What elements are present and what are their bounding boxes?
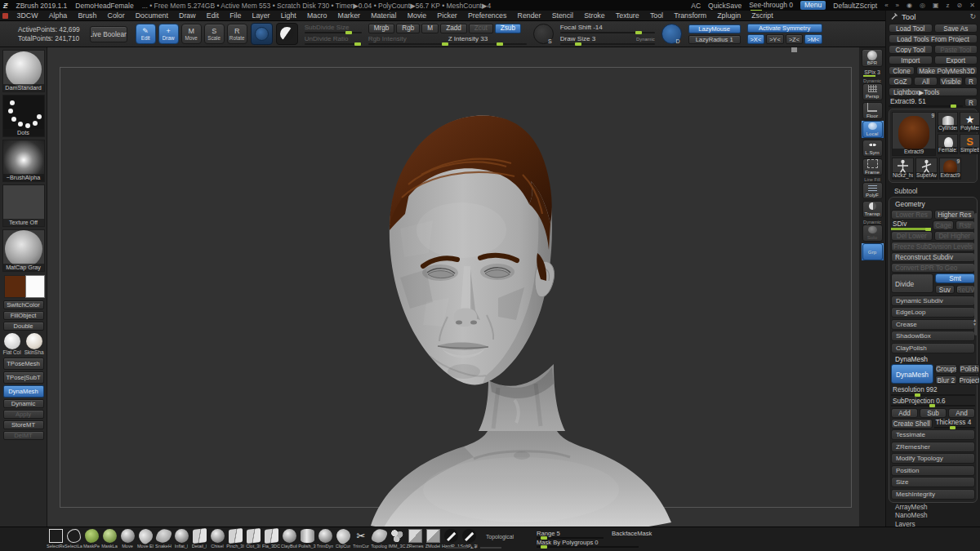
freeze-subdivision-button[interactable]: Freeze SubDivision Levels <box>891 242 975 251</box>
load-tools-from-project-button[interactable]: Load Tools From Project <box>889 34 978 44</box>
save-as-button[interactable]: Save As <box>934 24 978 33</box>
view-toggle[interactable]: Grp <box>862 243 884 260</box>
clone-button[interactable]: Clone <box>889 66 915 76</box>
geometry-subsection[interactable]: Size <box>891 477 975 487</box>
menu-item[interactable]: 3DCW <box>11 11 43 20</box>
dynamesh-quick-button[interactable]: DynaMesh <box>3 385 44 398</box>
load-tool-button[interactable]: Load Tool <box>889 24 933 33</box>
flat-color-material[interactable]: Flat Col <box>3 333 21 356</box>
topological-label[interactable]: Topological <box>486 534 514 540</box>
goz-r-button[interactable]: R <box>964 77 978 87</box>
material-selector[interactable]: MatCap Gray <box>2 229 45 272</box>
brush-quick-item[interactable]: ClipCur <box>334 529 352 549</box>
symmetry-axis-button[interactable]: >X< <box>747 34 765 44</box>
paste-tool-button[interactable]: Paste Tool <box>934 45 978 55</box>
convert-bpr-button[interactable]: Convert BPR To Geo <box>891 263 975 273</box>
resolution-slider[interactable]: Resolution 992 <box>891 386 975 396</box>
sculptris-pro-button[interactable] <box>251 23 273 45</box>
divide-button[interactable]: Divide <box>891 273 933 293</box>
quicksave-button[interactable]: QuickSave <box>708 2 742 10</box>
brush-quick-item[interactable]: Inflat_l <box>172 529 190 549</box>
zoom-icon[interactable]: z <box>947 2 950 9</box>
view-toggle[interactable]: Dynamic Solo <box>862 220 884 242</box>
apply-button[interactable]: Apply <box>3 410 44 419</box>
geometry-subsection[interactable]: ZRemesher <box>891 442 975 452</box>
geometry-subsection[interactable]: EdgeLoop <box>891 307 975 318</box>
menu-item[interactable]: Draw <box>173 11 201 20</box>
menu-item[interactable]: Alpha <box>43 11 73 20</box>
help-icon[interactable]: ⊘ <box>957 2 963 9</box>
view-toggle[interactable]: Local <box>862 121 884 138</box>
brush-quick-item[interactable]: Detail_l <box>190 529 208 549</box>
brush-quick-item[interactable]: Move <box>118 529 136 549</box>
menu-toggle-button[interactable]: Menu <box>800 1 826 10</box>
fill-object-button[interactable]: FillObject <box>3 311 44 320</box>
geometry-subsection[interactable]: Tessimate <box>891 429 975 440</box>
menu-item[interactable]: Render <box>512 11 546 20</box>
paint-mode-button[interactable]: Zadd <box>440 24 467 33</box>
geometry-subsection[interactable]: ShadowBox <box>891 331 975 341</box>
secondary-color-swatch[interactable] <box>25 275 45 298</box>
backfacemask-button[interactable]: BackfaceMask <box>612 530 652 539</box>
recent-tools-icon[interactable]: ↻ <box>969 12 976 20</box>
goz-button[interactable]: GoZ <box>889 77 912 87</box>
mode-button[interactable]: ✎ Edit <box>136 24 156 44</box>
menu-item[interactable]: Color <box>102 11 130 20</box>
cage-button[interactable]: Cage <box>933 220 954 230</box>
close-icon[interactable]: ✕ <box>969 2 975 9</box>
menu-item[interactable]: Layer <box>247 11 275 20</box>
geometry-subsection[interactable]: Crease <box>891 319 975 330</box>
paint-mode-button[interactable]: Mrgb <box>368 24 395 33</box>
brush-quick-item[interactable]: ZModel <box>424 529 442 549</box>
del-mt-button[interactable]: DelMT <box>3 431 44 440</box>
lightbox-tools-button[interactable]: Lightbox▶Tools <box>889 87 978 97</box>
menu-item[interactable]: Movie <box>402 11 432 20</box>
reconstruct-subdiv-button[interactable]: Reconstruct Subdiv <box>891 252 975 262</box>
tool-quick-icon[interactable]: ◎ <box>920 2 925 9</box>
menu-item[interactable]: Stroke <box>579 11 611 20</box>
tool-thumb-figure-2[interactable]: SuperAv <box>915 158 938 180</box>
symmetry-axis-button[interactable]: >Z< <box>786 34 804 44</box>
smt-button[interactable]: Smt <box>935 273 975 283</box>
dynamesh-groups-button[interactable]: Groups <box>935 364 957 374</box>
tool-r-button[interactable]: R <box>964 98 978 108</box>
import-button[interactable]: Import <box>889 56 933 65</box>
brush-quick-item[interactable]: IMM_3C <box>388 529 406 549</box>
menu-item[interactable]: Preferences <box>462 11 512 20</box>
subdivide-size-slider[interactable]: SubDivide Size <box>305 24 362 33</box>
mode-button[interactable]: R Rotate <box>227 24 247 44</box>
dynamic-size-knob[interactable]: D <box>662 24 682 44</box>
default-zscript-button[interactable]: DefaultZScript <box>833 2 877 10</box>
higher-res-button[interactable]: Higher Res <box>934 210 976 220</box>
brush-selector[interactable]: DamStandard <box>2 50 45 92</box>
brush-quick-item[interactable]: ZRemes <box>406 529 424 549</box>
double-button[interactable]: Double <box>3 322 44 331</box>
tool-thumb-extract-small[interactable]: 9 Extract9 <box>939 158 961 180</box>
menu-item[interactable]: Macro <box>301 11 332 20</box>
brush-quick-item[interactable]: SnakeH <box>154 529 172 549</box>
dynamesh-blur-slider[interactable]: Blur 2 <box>935 375 957 385</box>
brush-quick-item[interactable]: SelectLa <box>65 529 82 549</box>
geometry-subsection[interactable]: ClayPolish <box>891 343 975 353</box>
menu-item[interactable]: Texture <box>610 11 644 20</box>
range-slider[interactable]: Range 5 <box>537 530 604 539</box>
dynamesh-and-button[interactable]: And <box>948 408 975 418</box>
tool-thumb-polymesh[interactable]: ★ PolyMes <box>960 112 980 132</box>
menu-item[interactable]: Zscript <box>746 11 779 20</box>
stroke-curve-knob[interactable]: S <box>533 24 554 44</box>
goz-all-button[interactable]: All <box>914 77 938 87</box>
paint-mode-button[interactable]: Rgb <box>396 24 420 33</box>
brush-quick-item[interactable]: Polish_3 <box>298 529 316 549</box>
bpr-render-button[interactable]: BPR <box>862 49 883 67</box>
export-button[interactable]: Export <box>934 56 978 65</box>
see-through-slider[interactable]: See-through 0 <box>749 1 793 10</box>
view-toggle[interactable]: Line Fill PolyF <box>862 177 884 199</box>
make-polymesh3d-button[interactable]: Make PolyMesh3D <box>916 66 978 76</box>
z-intensity-slider[interactable]: Z Intensity 33 <box>448 35 527 45</box>
dock-right-icon[interactable]: » <box>896 2 899 9</box>
mode-button[interactable]: + Draw <box>158 24 179 44</box>
subprojection-slider[interactable]: SubProjection 0.6 <box>891 398 975 407</box>
brush-quick-item[interactable]: Chisel <box>208 529 226 549</box>
brush-quick-item[interactable]: ClayBuil <box>280 529 298 549</box>
tpose-mesh-button[interactable]: TPoseMesh <box>3 358 44 370</box>
